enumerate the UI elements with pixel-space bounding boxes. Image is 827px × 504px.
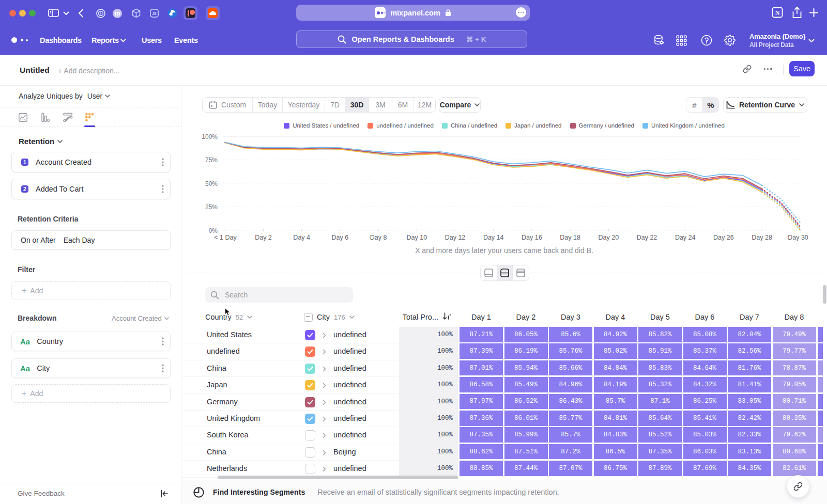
svg-text:Day 20: Day 20 xyxy=(598,234,619,241)
svg-text:Day 28: Day 28 xyxy=(752,234,772,241)
svg-text:Day 10: Day 10 xyxy=(406,234,427,241)
svg-text:Day 30: Day 30 xyxy=(788,234,808,241)
svg-text:Day 6: Day 6 xyxy=(332,234,349,241)
svg-text:75%: 75% xyxy=(205,156,218,164)
svg-text:Day 18: Day 18 xyxy=(560,234,580,241)
svg-text:Day 2: Day 2 xyxy=(255,234,272,241)
svg-text:Day 26: Day 26 xyxy=(713,234,734,241)
svg-text:Day 14: Day 14 xyxy=(483,234,504,241)
svg-text:0%: 0% xyxy=(209,227,218,234)
svg-text:100%: 100% xyxy=(202,133,218,140)
svg-text:Day 12: Day 12 xyxy=(445,234,466,241)
svg-text:Day 8: Day 8 xyxy=(370,234,387,241)
svg-text:25%: 25% xyxy=(205,203,218,211)
svg-text:50%: 50% xyxy=(205,180,218,187)
svg-text:< 1 Day: < 1 Day xyxy=(214,234,237,241)
svg-text:Day 4: Day 4 xyxy=(293,234,310,241)
svg-text:Day 16: Day 16 xyxy=(522,234,542,241)
svg-text:Day 22: Day 22 xyxy=(637,234,657,241)
svg-text:N: N xyxy=(775,9,780,17)
svg-text:JS: JS xyxy=(152,12,157,15)
svg-text:Day 24: Day 24 xyxy=(675,234,696,241)
